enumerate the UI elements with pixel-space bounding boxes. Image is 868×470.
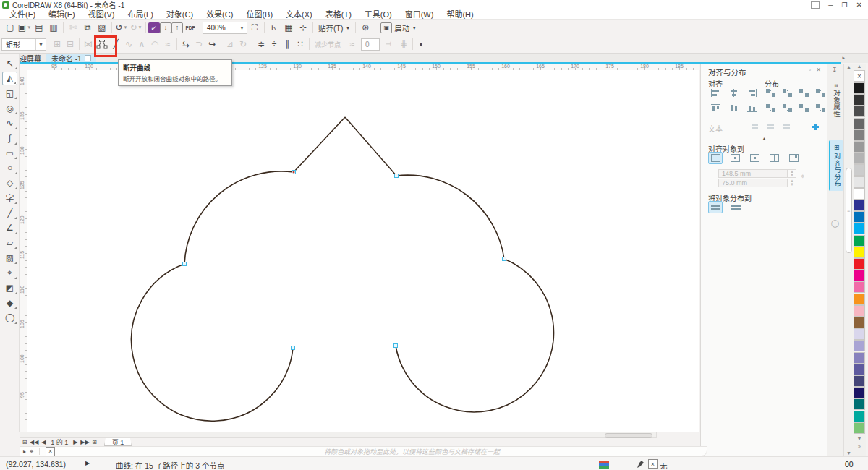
palette-color-swatch[interactable] bbox=[854, 106, 865, 117]
add-page-icon[interactable]: ⊞ bbox=[21, 439, 28, 445]
reflect-nodes-button[interactable]: ⋕ bbox=[397, 38, 410, 51]
palette-color-swatch[interactable] bbox=[854, 211, 865, 223]
show-grid-icon[interactable]: ▦ bbox=[281, 21, 296, 34]
parallel-dimension-tool-icon[interactable]: ╱ bbox=[2, 206, 17, 220]
menu-item-0[interactable]: 文件(F) bbox=[3, 9, 42, 20]
marquee-mode-combo[interactable]: 矩形▼ bbox=[1, 38, 46, 51]
smoothness-value-field[interactable]: 0 bbox=[361, 38, 380, 51]
align-center-v-button[interactable] bbox=[726, 102, 741, 114]
publish-pdf-icon[interactable]: PDF bbox=[183, 21, 197, 34]
artistic-media-tool-icon[interactable]: ∫ bbox=[2, 132, 17, 145]
palette-color-swatch[interactable] bbox=[854, 352, 865, 364]
palette-color-swatch[interactable] bbox=[854, 270, 865, 281]
drawing-canvas[interactable] bbox=[27, 70, 699, 432]
horizontal-scrollbar[interactable] bbox=[20, 432, 657, 438]
align-left-button[interactable] bbox=[708, 87, 723, 99]
connector-tool-icon[interactable]: ∠ bbox=[2, 221, 17, 235]
palette-no-color-swatch[interactable]: × bbox=[854, 70, 865, 82]
vertical-scrollbar[interactable]: ▲ ▼ bbox=[843, 64, 853, 456]
align-to-page-edge-button[interactable] bbox=[728, 152, 742, 164]
palette-color-swatch[interactable] bbox=[854, 387, 865, 398]
redo-icon[interactable]: ↻▼ bbox=[129, 21, 143, 34]
palette-color-swatch[interactable] bbox=[854, 305, 865, 317]
palette-color-swatch[interactable] bbox=[854, 176, 865, 188]
palette-color-swatch[interactable] bbox=[854, 340, 865, 351]
ellipse-tool-icon[interactable]: ○ bbox=[2, 161, 17, 175]
align-center-h-button[interactable] bbox=[726, 87, 741, 99]
close-button[interactable]: ✕ bbox=[856, 1, 862, 9]
extract-subpath-button[interactable]: ⊃ bbox=[192, 38, 205, 51]
interactive-fill-tool-icon[interactable]: ◩ bbox=[2, 281, 17, 295]
collapse-arrow-icon[interactable]: ▲ bbox=[762, 136, 767, 141]
zoom-level-combo[interactable]: 400%▼ bbox=[203, 22, 247, 34]
palette-color-swatch[interactable] bbox=[854, 364, 865, 375]
menu-item-3[interactable]: 布局(L) bbox=[121, 9, 159, 20]
palette-color-swatch[interactable] bbox=[854, 398, 865, 410]
zoom-tool-icon[interactable]: ◎ bbox=[2, 101, 17, 115]
palette-color-swatch[interactable] bbox=[854, 94, 865, 106]
page-tab[interactable]: 页 1 bbox=[104, 438, 132, 446]
distribute-to-selection-button[interactable] bbox=[708, 201, 723, 213]
close-curve-button[interactable]: ↪ bbox=[205, 38, 218, 51]
reverse-direction-button[interactable]: ⇆ bbox=[179, 38, 192, 51]
save-icon[interactable]: ▤ bbox=[32, 21, 46, 34]
tab-scroll-right-icon[interactable]: ▸ bbox=[842, 55, 845, 61]
menu-item-7[interactable]: 文本(X) bbox=[279, 9, 319, 20]
palette-color-swatch[interactable] bbox=[854, 223, 865, 234]
palette-color-swatch[interactable] bbox=[854, 82, 865, 94]
paste-icon[interactable]: ▧ bbox=[95, 21, 109, 34]
fullscreen-preview-icon[interactable]: ⛶ bbox=[247, 21, 262, 34]
doc-palette-no-color-swatch[interactable]: × bbox=[46, 447, 55, 456]
shape-tool-icon[interactable]: ◭ bbox=[2, 72, 17, 85]
curve-smoothness-spinner[interactable]: ≈0⊣ bbox=[345, 38, 396, 51]
status-expand-icon[interactable]: ▶ bbox=[85, 460, 90, 466]
select-all-nodes-button[interactable]: ∷ bbox=[294, 38, 307, 51]
dynamic-guides-icon[interactable]: ⊹ bbox=[296, 21, 310, 34]
menu-item-11[interactable]: 帮助(H) bbox=[440, 9, 480, 20]
palette-color-swatch[interactable] bbox=[854, 411, 865, 422]
palette-color-swatch[interactable] bbox=[854, 281, 865, 293]
palette-color-swatch[interactable] bbox=[854, 294, 865, 305]
show-rulers-icon[interactable]: ⊾ bbox=[267, 21, 281, 34]
cut-icon[interactable]: ✄ bbox=[66, 21, 80, 34]
align-nodes-button[interactable]: ≑ bbox=[255, 38, 268, 51]
symmetrical-node-button[interactable]: ≈ bbox=[161, 38, 174, 51]
menu-item-6[interactable]: 位图(B) bbox=[239, 9, 279, 20]
distribute-right-button[interactable] bbox=[813, 87, 827, 99]
add-node-button[interactable]: ⊞ bbox=[51, 38, 64, 51]
menu-item-9[interactable]: 工具(O) bbox=[358, 9, 399, 20]
export-down-icon[interactable]: ↓ bbox=[160, 22, 171, 33]
docker-tab-object-properties[interactable]: ≡对象属性 bbox=[829, 80, 843, 121]
align-bottom-button[interactable] bbox=[744, 102, 759, 114]
horizontal-scroll-thumb[interactable] bbox=[605, 433, 652, 438]
color-eyedropper-tool-icon[interactable]: ⌖ bbox=[2, 266, 17, 280]
distribute-to-page-button[interactable] bbox=[728, 201, 743, 213]
add-page-end-icon[interactable]: ⊞ bbox=[91, 439, 98, 445]
menu-item-1[interactable]: 编辑(E) bbox=[42, 9, 82, 20]
freehand-tool-icon[interactable]: ∿ bbox=[2, 116, 17, 130]
palette-color-swatch[interactable] bbox=[854, 129, 865, 141]
import-icon[interactable]: ↙ bbox=[148, 22, 160, 33]
elastic-mode-button[interactable]: ∥ bbox=[281, 38, 294, 51]
distribute-top-button[interactable] bbox=[763, 102, 778, 114]
feedback-icon[interactable] bbox=[811, 1, 820, 9]
menu-item-8[interactable]: 表格(T) bbox=[319, 9, 358, 20]
rotate-skew-nodes-button[interactable]: ↻ bbox=[237, 38, 250, 51]
smart-fill-tool-icon[interactable]: ◆ bbox=[2, 296, 17, 309]
restore-button[interactable]: ❐ bbox=[842, 1, 848, 9]
align-to-grid-button[interactable] bbox=[767, 152, 781, 164]
palette-scroll-down-icon[interactable]: ▼ bbox=[853, 436, 866, 441]
menu-item-4[interactable]: 对象(C) bbox=[160, 9, 200, 20]
convert-to-curve-button[interactable]: ∿ bbox=[122, 38, 135, 51]
snap-to-dropdown[interactable]: 贴齐(T)▼ bbox=[315, 22, 353, 33]
align-to-point-button[interactable] bbox=[786, 152, 801, 164]
specify-point-icon[interactable]: ⌖ bbox=[801, 172, 805, 181]
align-right-button[interactable] bbox=[744, 87, 759, 99]
palette-color-swatch[interactable] bbox=[854, 188, 865, 200]
cusp-node-button[interactable]: ∧ bbox=[135, 38, 148, 51]
curve-object[interactable] bbox=[27, 70, 699, 432]
text-align-first-line-button[interactable] bbox=[747, 121, 762, 133]
node-spacing-button[interactable]: ÷ bbox=[268, 38, 281, 51]
outline-tool-icon[interactable]: ◯ bbox=[2, 311, 17, 325]
doc-palette-expand-icon[interactable]: ▸ bbox=[23, 448, 26, 455]
